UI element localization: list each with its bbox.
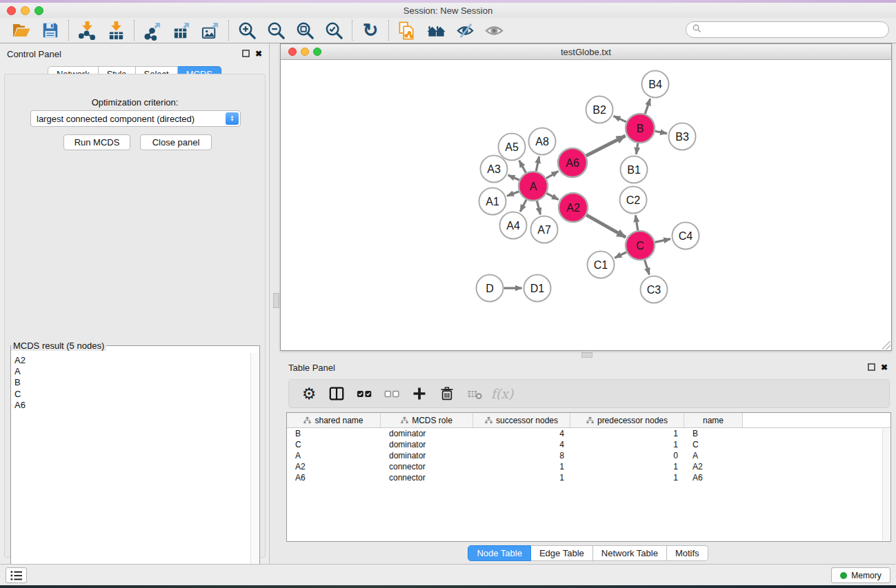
toolbar-new-network-from-file-button[interactable] [392, 19, 421, 41]
table-column-layout-button[interactable] [325, 382, 348, 405]
settings-icon: ⚙ [302, 386, 317, 402]
mcds-result-item[interactable]: C [14, 389, 250, 400]
table-cell[interactable]: 1 [570, 440, 684, 449]
mcds-result-item[interactable]: A [14, 366, 250, 377]
table-cell[interactable]: dominator [381, 429, 473, 438]
table-settings-button[interactable]: ⚙ [297, 382, 321, 405]
close-panel-button[interactable]: Close panel [140, 134, 212, 150]
toolbar-import-network-button[interactable] [72, 19, 101, 41]
table-cell[interactable]: A2 [287, 462, 381, 472]
search-input[interactable] [706, 25, 883, 35]
mcds-result-list[interactable]: A2ABCA6 [12, 353, 250, 572]
table-cell[interactable]: A [684, 451, 743, 460]
table-cell[interactable]: C [287, 440, 381, 449]
mcds-result-item[interactable]: A2 [14, 355, 250, 366]
table-row[interactable]: Cdominator41C [287, 439, 890, 450]
toolbar-separator [134, 20, 135, 41]
table-cell[interactable]: 1 [570, 473, 684, 483]
toolbar-save-session-button[interactable] [36, 19, 65, 41]
table-cell[interactable]: 1 [570, 429, 684, 438]
window-resize-grip[interactable] [882, 341, 890, 349]
table-cell[interactable]: dominator [381, 451, 473, 460]
tab-network-table[interactable]: Network Table [593, 545, 667, 561]
table-cell[interactable]: A6 [684, 473, 743, 483]
table-deselect-all-button[interactable] [380, 382, 404, 405]
toolbar-import-table-button[interactable] [101, 19, 130, 41]
close-panel-icon[interactable]: ✖ [881, 363, 888, 372]
zoom-out-icon [266, 21, 286, 41]
tab-motifs[interactable]: Motifs [667, 545, 708, 561]
vertical-splitter-handle[interactable] [273, 293, 279, 308]
minimize-window-button[interactable] [21, 6, 30, 15]
column-header-shared-name[interactable]: shared name [287, 413, 381, 427]
toolbar-zoom-selected-button[interactable] [319, 19, 348, 41]
delete-column-icon [439, 386, 455, 401]
table-scrollbar[interactable] [882, 429, 890, 540]
table-cell[interactable]: dominator [381, 440, 473, 449]
column-header-successor-nodes[interactable]: successor nodes [473, 413, 570, 427]
zoom-selected-icon [324, 21, 344, 41]
table-create-column-button[interactable] [408, 382, 431, 405]
toolbar-zoom-in-button[interactable] [232, 19, 261, 41]
new-network-from-file-icon [397, 21, 417, 41]
toolbar-home-button[interactable] [421, 19, 450, 41]
edge-B-B1 [636, 143, 637, 154]
app-title: Session: New Session [0, 6, 896, 16]
table-cell[interactable]: connector [381, 473, 473, 483]
table-cell[interactable]: 1 [570, 462, 684, 472]
run-mcds-button[interactable]: Run MCDS [63, 134, 130, 150]
column-header-predecessor-nodes[interactable]: predecessor nodes [570, 413, 684, 427]
table-cell[interactable]: 0 [570, 451, 684, 460]
toolbar-hide-graphics-details-button[interactable] [450, 19, 479, 41]
criterion-dropdown[interactable]: largest connected component (directed) ▲… [30, 110, 241, 127]
network-window-titlebar: testGlobe.txt [281, 44, 891, 60]
table-row[interactable]: Adominator80A [287, 450, 890, 461]
search-field[interactable] [686, 21, 889, 38]
result-scrollbar[interactable] [250, 353, 259, 572]
graph-node-label-A4: A4 [506, 220, 520, 232]
table-cell[interactable]: A6 [287, 473, 381, 483]
toolbar-zoom-fit-button[interactable] [290, 19, 319, 41]
tab-node-table[interactable]: Node Table [468, 545, 531, 561]
toolbar-zoom-out-button[interactable] [261, 19, 290, 41]
network-graph-canvas[interactable]: B4B2BB3A8A5A6A3B1AC2A1A2A4A7C4CC1DD1C3 [281, 60, 891, 350]
toolbar-apply-layout-button[interactable]: ↻ [356, 19, 385, 41]
table-row[interactable]: Bdominator41B [287, 428, 890, 439]
table-cell[interactable]: C [684, 440, 743, 449]
memory-button[interactable]: Memory [831, 567, 890, 583]
table-cell[interactable]: 1 [473, 473, 570, 483]
tab-edge-table[interactable]: Edge Table [531, 545, 593, 561]
table-row[interactable]: A2connector11A2 [287, 461, 890, 472]
table-delete-column-button[interactable] [435, 382, 459, 405]
status-bar: Memory [0, 564, 896, 585]
table-cell[interactable]: 4 [473, 429, 570, 438]
table-cell[interactable]: connector [381, 462, 473, 472]
table-cell[interactable]: 4 [473, 440, 570, 449]
toolbar-export-table-button[interactable] [167, 19, 196, 41]
close-panel-icon[interactable]: ✖ [255, 49, 262, 59]
column-header-MCDS-role[interactable]: MCDS role [381, 413, 473, 427]
table-select-all-button[interactable] [352, 382, 376, 405]
toolbar-open-session-button[interactable] [7, 19, 36, 41]
maximize-window-button[interactable] [34, 6, 43, 15]
table-row[interactable]: A6connector11A6 [287, 472, 890, 483]
toolbar-export-network-button[interactable] [138, 19, 167, 41]
toolbar-export-image-button[interactable] [196, 19, 225, 41]
column-header-name[interactable]: name [684, 413, 743, 427]
table-cell[interactable]: B [287, 429, 381, 438]
table-cell[interactable]: B [684, 429, 743, 438]
float-panel-icon[interactable] [868, 361, 875, 374]
horizontal-splitter-handle[interactable] [581, 352, 593, 358]
table-cell[interactable]: 8 [473, 451, 570, 460]
table-cell[interactable]: 1 [473, 462, 570, 472]
close-window-button[interactable] [7, 6, 16, 15]
mcds-result-item[interactable]: A6 [14, 400, 250, 411]
task-history-button[interactable] [6, 567, 27, 583]
table-cell[interactable]: A [287, 451, 381, 460]
edge-B-B4 [645, 99, 650, 114]
float-panel-icon[interactable] [242, 48, 250, 60]
mcds-result-item[interactable]: B [14, 377, 250, 388]
toolbar-show-graphics-details-button[interactable] [479, 19, 508, 41]
memory-status-icon [840, 572, 847, 579]
table-cell[interactable]: A2 [684, 462, 743, 472]
